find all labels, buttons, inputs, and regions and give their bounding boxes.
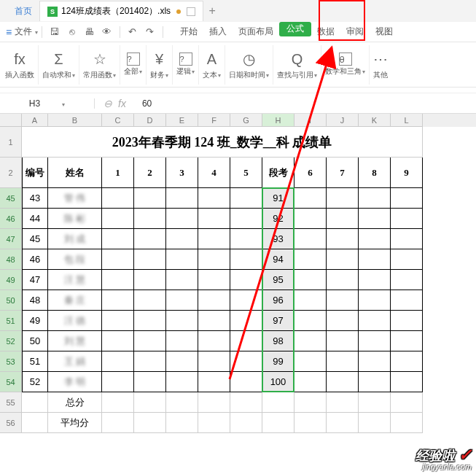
row-header[interactable]: 53 [0,351,22,372]
footer-cell[interactable] [262,392,294,413]
cell-reference[interactable]: H3▾ [0,98,95,109]
data-cell[interactable] [359,188,391,209]
grp-autosum[interactable]: Σ自动求和 [39,45,79,85]
data-cell[interactable] [359,331,391,351]
tab-formula[interactable]: 公式 [279,22,311,36]
data-cell[interactable] [134,249,166,270]
data-cell[interactable] [294,209,327,229]
data-cell[interactable] [166,270,198,290]
data-cell[interactable] [230,229,262,249]
data-cell[interactable] [102,290,134,311]
header-cell-B[interactable]: 姓名 [48,158,102,188]
data-cell[interactable] [359,290,391,311]
data-cell[interactable]: 秦 庄 [48,290,102,311]
row-header[interactable]: 52 [0,331,22,351]
row-header[interactable]: 54 [0,372,22,392]
data-cell[interactable] [294,249,327,270]
tab-view[interactable]: 视图 [370,22,399,42]
row-header[interactable]: 1 [0,127,22,158]
data-cell[interactable] [166,249,198,270]
data-cell[interactable] [198,229,230,249]
footer-cell[interactable] [327,392,359,413]
data-cell[interactable] [391,311,423,331]
data-cell[interactable] [294,372,327,392]
preview-icon[interactable]: 👁 [101,26,114,39]
data-cell[interactable] [166,331,198,351]
data-cell[interactable]: 94 [262,249,294,270]
data-cell[interactable] [198,372,230,392]
data-cell[interactable]: 管 伟 [48,188,102,209]
spreadsheet-grid[interactable]: 12023年春季期 124 班_数学__科 成绩单2编号姓名12345段考678… [0,127,476,433]
data-cell[interactable] [166,372,198,392]
data-cell[interactable] [102,372,134,392]
data-cell[interactable]: 100 [262,372,294,392]
col-header-I[interactable]: I [294,114,327,127]
grp-finance[interactable]: ¥财务 [147,45,173,85]
data-cell[interactable] [134,270,166,290]
title-cell[interactable]: 2023年春季期 124 班_数学__科 成绩单 [22,127,423,158]
data-cell[interactable] [198,331,230,351]
data-cell[interactable] [102,311,134,331]
data-cell[interactable]: 93 [262,229,294,249]
footer-cell[interactable] [230,413,262,433]
data-cell[interactable] [230,290,262,311]
row-header[interactable]: 49 [0,270,22,290]
data-cell[interactable] [327,188,359,209]
data-cell[interactable]: 97 [262,311,294,331]
col-header-H[interactable]: H [262,114,294,127]
fx-icon-small[interactable]: fx [118,98,126,109]
tab-data[interactable]: 数据 [311,22,340,42]
data-cell[interactable] [327,331,359,351]
footer-cell[interactable] [391,413,423,433]
data-cell[interactable]: 44 [22,209,48,229]
select-all-corner[interactable] [0,114,22,127]
grp-lookup[interactable]: Q查找与引用 [273,45,321,85]
data-cell[interactable]: 96 [262,290,294,311]
row-header[interactable]: 45 [0,188,22,209]
data-cell[interactable]: 91 [262,188,294,209]
data-cell[interactable] [391,372,423,392]
data-cell[interactable]: 包 段 [48,249,102,270]
footer-cell[interactable] [166,392,198,413]
row-header[interactable]: 55 [0,392,22,413]
data-cell[interactable] [102,188,134,209]
row-header[interactable]: 56 [0,413,22,433]
data-cell[interactable]: 汪 德 [48,311,102,331]
footer-cell[interactable] [359,413,391,433]
footer-cell[interactable] [134,392,166,413]
grp-math[interactable]: θ数学和三角 [321,45,370,85]
formula-value[interactable]: 60 [135,98,152,109]
data-cell[interactable] [327,270,359,290]
footer-cell[interactable] [230,392,262,413]
data-cell[interactable] [102,229,134,249]
data-cell[interactable]: 48 [22,290,48,311]
redo-icon[interactable]: ↷ [144,26,157,39]
header-cell-J[interactable]: 7 [327,158,359,188]
row-header[interactable]: 51 [0,311,22,331]
data-cell[interactable] [294,331,327,351]
data-cell[interactable] [166,188,198,209]
data-cell[interactable]: 49 [22,311,48,331]
footer-cell[interactable] [294,413,327,433]
data-cell[interactable] [294,188,327,209]
data-cell[interactable] [134,331,166,351]
data-cell[interactable] [294,229,327,249]
data-cell[interactable] [102,249,134,270]
tab-home[interactable]: 首页 [7,1,39,21]
col-header-B[interactable]: B [48,114,102,127]
footer-cell[interactable] [134,413,166,433]
data-cell[interactable] [230,372,262,392]
grp-datetime[interactable]: ◷日期和时间 [225,45,273,85]
data-cell[interactable] [359,270,391,290]
data-cell[interactable]: 李 明 [48,372,102,392]
data-cell[interactable]: 45 [22,229,48,249]
row-header[interactable]: 47 [0,229,22,249]
data-cell[interactable]: 43 [22,188,48,209]
tab-insert[interactable]: 插入 [203,22,233,42]
col-header-D[interactable]: D [134,114,166,127]
footer-cell[interactable] [327,413,359,433]
data-cell[interactable] [230,331,262,351]
data-cell[interactable]: 95 [262,270,294,290]
data-cell[interactable] [102,351,134,372]
footer-cell[interactable] [198,392,230,413]
